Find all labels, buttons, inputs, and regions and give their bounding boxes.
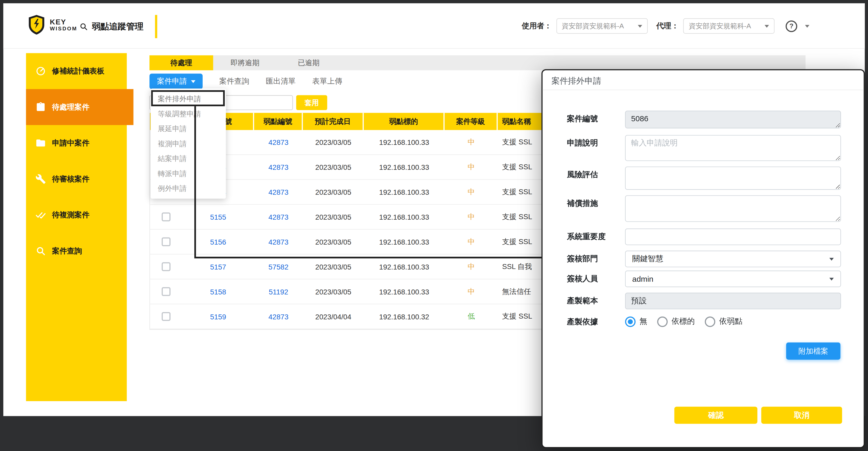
description-label: 申請說明: [567, 135, 625, 161]
annotation-line-vertical: [194, 106, 196, 257]
sidebar-item-case-query[interactable]: 案件查詢: [26, 233, 127, 269]
menu-item-retest[interactable]: 複測申請: [151, 136, 226, 151]
proxy-select-value: 資安部資安規範科-A: [689, 21, 751, 31]
brand-logo: KEY WISDOM: [27, 14, 77, 35]
sidebar-item-retest-cases[interactable]: 待複測案件: [26, 197, 127, 233]
case-apply-label: 案件申請: [157, 76, 187, 86]
due-date: 2023/03/05: [303, 180, 364, 204]
importance-field[interactable]: [625, 228, 841, 245]
row-checkbox[interactable]: [162, 237, 170, 246]
sidebar-item-review-cases[interactable]: 待審核案件: [26, 161, 127, 197]
menu-item-reassign[interactable]: 轉派申請: [151, 166, 226, 181]
tab-due-soon[interactable]: 即將逾期: [213, 55, 277, 70]
vuln-no-link[interactable]: 42873: [254, 304, 303, 329]
header-caret-icon[interactable]: [805, 25, 809, 28]
case-query-button[interactable]: 案件查詢: [219, 76, 249, 86]
compensation-field[interactable]: [625, 195, 841, 222]
export-list-button[interactable]: 匯出清單: [266, 76, 296, 86]
case-no-link[interactable]: 5158: [182, 279, 254, 304]
sidebar-item-pending-cases[interactable]: 待處理案件: [26, 89, 133, 125]
level-badge: 低: [444, 304, 498, 329]
vuln-no-link[interactable]: 51192: [254, 279, 303, 304]
target-ip: 192.168.100.33: [364, 279, 444, 304]
case-no-label: 案件編號: [567, 110, 625, 128]
app-header: KEY WISDOM 弱點追蹤管理 使用者： 資安部資安規範科-A 代理：: [3, 3, 865, 49]
target-ip: 192.168.100.33: [364, 180, 444, 204]
proxy-select[interactable]: 資安部資安規範科-A: [683, 18, 775, 34]
tab-overdue[interactable]: 已逾期: [277, 55, 341, 70]
vuln-no-link[interactable]: 42873: [254, 180, 303, 204]
department-label: 簽核部門: [567, 251, 625, 267]
title-accent-bar: [155, 15, 157, 38]
brand-shield-icon: [27, 14, 46, 35]
confirm-button[interactable]: 確認: [675, 407, 757, 424]
tab-pending[interactable]: 待處理: [149, 55, 213, 70]
radio-none-icon[interactable]: [625, 316, 636, 327]
sidebar-item-label: 待處理案件: [52, 102, 89, 112]
risk-field[interactable]: [625, 166, 841, 190]
target-ip: 192.168.100.33: [364, 204, 444, 229]
sidebar-item-label: 待複測案件: [52, 210, 89, 220]
sidebar-item-dashboard[interactable]: 修補統計儀表板: [26, 53, 127, 89]
brand-name: KEY WISDOM: [50, 19, 78, 31]
case-no-field[interactable]: 5086: [625, 110, 841, 128]
description-field[interactable]: [625, 135, 841, 161]
target-ip: 192.168.100.32: [364, 304, 444, 329]
modal-title: 案件排外申請: [542, 70, 864, 90]
user-select-caret-icon: [638, 25, 642, 28]
radio-by-vuln-label: 依弱點: [719, 317, 743, 326]
due-date: 2023/03/05: [303, 130, 364, 155]
row-checkbox[interactable]: [162, 213, 170, 221]
modal-body: 案件編號 5086 申請說明 風險評估 補償措施: [542, 90, 864, 327]
help-icon[interactable]: ?: [786, 20, 797, 32]
menu-item-exception[interactable]: 例外申請: [151, 181, 226, 196]
compensation-label: 補償措施: [567, 195, 625, 222]
header-controls: 使用者： 資安部資安規範科-A 代理： 資安部資安規範科-A ?: [522, 18, 809, 34]
brand-line2: WISDOM: [50, 26, 78, 31]
case-no-link[interactable]: 5156: [182, 229, 254, 254]
sidebar-item-applying-cases[interactable]: 申請中案件: [26, 125, 127, 161]
vuln-no-link[interactable]: 42873: [254, 204, 303, 229]
vuln-no-link[interactable]: 42873: [254, 130, 303, 155]
basis-label: 產製依據: [567, 314, 625, 327]
due-date: 2023/03/05: [303, 279, 364, 304]
target-ip: 192.168.100.33: [364, 229, 444, 254]
row-checkbox[interactable]: [162, 287, 170, 296]
desktop-background: KEY WISDOM 弱點追蹤管理 使用者： 資安部資安規範科-A 代理：: [0, 0, 868, 451]
approver-label: 簽核人員: [567, 270, 625, 287]
row-checkbox[interactable]: [162, 262, 170, 271]
user-select-value: 資安部資安規範科-A: [562, 21, 624, 31]
risk-label: 風險評估: [567, 166, 625, 190]
vuln-no-link[interactable]: 42873: [254, 155, 303, 180]
vuln-no-link[interactable]: 42873: [254, 229, 303, 254]
menu-item-level-adjust[interactable]: 等級調整申請: [151, 106, 226, 121]
level-badge: 中: [444, 130, 498, 155]
menu-item-extension[interactable]: 展延申請: [151, 121, 226, 136]
menu-item-close-case[interactable]: 結案申請: [151, 151, 226, 166]
due-date: 2023/03/05: [303, 155, 364, 180]
department-select[interactable]: 關鍵智慧: [625, 251, 841, 267]
case-apply-button[interactable]: 案件申請: [149, 73, 203, 89]
department-select-value: 關鍵智慧: [632, 254, 663, 264]
annotation-line-horizontal: [194, 257, 542, 258]
user-select[interactable]: 資安部資安規範科-A: [556, 18, 648, 34]
proxy-label: 代理：: [656, 21, 679, 31]
case-no-link[interactable]: 5155: [182, 204, 254, 229]
approver-select-value: admin: [632, 275, 653, 283]
due-date: 2023/03/05: [303, 229, 364, 254]
template-field[interactable]: [625, 293, 841, 309]
row-checkbox[interactable]: [162, 312, 170, 321]
radio-by-vuln-icon[interactable]: [705, 316, 715, 327]
importance-label: 系統重要度: [567, 228, 625, 245]
approver-select[interactable]: admin: [625, 270, 841, 287]
apply-button[interactable]: 套用: [296, 95, 327, 110]
case-no-link[interactable]: 5159: [182, 304, 254, 329]
attach-file-button[interactable]: 附加檔案: [786, 343, 840, 360]
case-toolbar: 案件申請 案件查詢 匯出清單 表單上傳: [149, 73, 342, 89]
form-upload-button[interactable]: 表單上傳: [312, 76, 342, 86]
radio-by-target-icon[interactable]: [657, 316, 668, 327]
col-due-date: 預計完成日: [303, 113, 364, 130]
target-ip: 192.168.100.33: [364, 130, 444, 155]
target-ip: 192.168.100.33: [364, 155, 444, 180]
cancel-button[interactable]: 取消: [761, 407, 842, 424]
